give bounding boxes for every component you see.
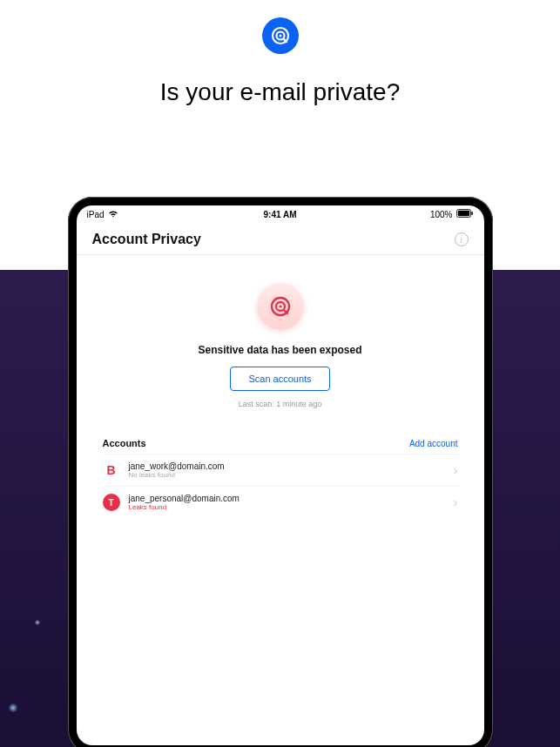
svg-point-9	[279, 305, 281, 307]
account-status: No leaks found	[129, 471, 445, 479]
account-avatar: T	[103, 494, 120, 511]
account-email: jane_work@domain.com	[129, 461, 445, 471]
account-info: jane_work@domain.com No leaks found	[129, 461, 445, 479]
status-message: Sensitive data has been exposed	[94, 344, 467, 356]
ipad-screen: iPad 9:41 AM 100% Account Privacy i	[77, 205, 484, 745]
star-decoration	[9, 703, 17, 712]
app-logo-icon	[262, 17, 299, 54]
svg-rect-6	[471, 212, 473, 215]
chevron-right-icon: ›	[454, 495, 458, 509]
hero-section: Is your e-mail private?	[0, 0, 560, 106]
svg-point-2	[279, 35, 281, 37]
hero-title: Is your e-mail private?	[0, 78, 560, 106]
account-avatar: B	[103, 461, 120, 479]
battery-percent: 100%	[430, 210, 453, 219]
account-email: jane_personal@domain.com	[129, 494, 445, 503]
svg-line-10	[284, 310, 287, 313]
add-account-button[interactable]: Add account	[409, 439, 458, 448]
screen-header: Account Privacy i	[77, 221, 484, 255]
page-title: Account Privacy	[92, 232, 201, 247]
status-section: Sensitive data has been exposed Scan acc…	[77, 255, 484, 426]
star-decoration	[35, 620, 40, 625]
last-scan-label: Last scan: 1 minute ago	[94, 400, 467, 408]
accounts-title: Accounts	[103, 438, 146, 448]
alert-icon	[257, 283, 304, 330]
info-icon[interactable]: i	[455, 232, 469, 246]
scan-accounts-button[interactable]: Scan accounts	[230, 367, 329, 391]
clock: 9:41 AM	[216, 210, 345, 219]
accounts-header: Accounts Add account	[103, 433, 458, 454]
ipad-device-frame: iPad 9:41 AM 100% Account Privacy i	[68, 197, 493, 747]
battery-icon	[456, 209, 474, 219]
accounts-section: Accounts Add account B jane_work@domain.…	[77, 426, 484, 525]
account-status: Leaks found	[129, 503, 445, 511]
status-bar: iPad 9:41 AM 100%	[77, 205, 484, 221]
carrier-label: iPad	[87, 210, 105, 219]
wifi-icon	[108, 210, 118, 219]
account-info: jane_personal@domain.com Leaks found	[129, 494, 445, 511]
chevron-right-icon: ›	[454, 463, 458, 477]
account-row[interactable]: T jane_personal@domain.com Leaks found ›	[103, 486, 458, 518]
account-row[interactable]: B jane_work@domain.com No leaks found ›	[103, 454, 458, 486]
svg-rect-5	[457, 211, 469, 216]
